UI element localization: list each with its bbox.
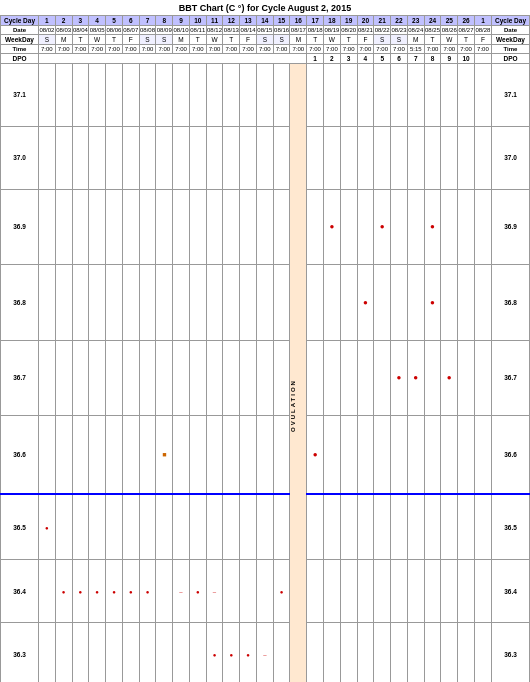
- dpo-label: DPO: [1, 54, 39, 64]
- date-18: 08/19: [324, 26, 341, 35]
- tc-10-371: [189, 64, 206, 127]
- wd-26: T: [458, 35, 475, 45]
- cd-3: 3: [72, 16, 89, 26]
- wd-18: W: [324, 35, 341, 45]
- date-15: 08/16: [273, 26, 290, 35]
- date-17: 08/18: [307, 26, 324, 35]
- cd-16: 16: [290, 16, 307, 26]
- tc-9-371: [173, 64, 190, 127]
- wd-1: S: [39, 35, 56, 45]
- temp-row-366: 36.6 ■ ● 36.6: [1, 415, 530, 494]
- cd-12: 12: [223, 16, 240, 26]
- temp-label-364: 36.4: [1, 560, 39, 623]
- temp-label-371: 37.1: [1, 64, 39, 127]
- dpo-row: DPO 1 2 3 4 5 6 7 8 9 10 DPO: [1, 54, 530, 64]
- wd-2: M: [55, 35, 72, 45]
- dpo-empty2: [474, 54, 491, 64]
- t-26: 7:00: [458, 45, 475, 54]
- t-15: 7:00: [273, 45, 290, 54]
- dpo-empty: [39, 54, 307, 64]
- temp-label-365: 36.5: [1, 494, 39, 560]
- date-22: 08/23: [391, 26, 408, 35]
- date-row: Date 08/02 08/03 08/04 08/05 08/06 08/07…: [1, 26, 530, 35]
- cd-26: 26: [458, 16, 475, 26]
- time-label-right: Time: [492, 45, 530, 54]
- cd-20: 20: [357, 16, 374, 26]
- dpo-5: 5: [374, 54, 391, 64]
- date-10: 08/11: [189, 26, 206, 35]
- t-4: 7:00: [89, 45, 106, 54]
- wd-19: T: [340, 35, 357, 45]
- tc-18-371: [324, 64, 341, 127]
- tc-24-371: [424, 64, 441, 127]
- date-14: 08/15: [256, 26, 273, 35]
- date-24: 08/25: [424, 26, 441, 35]
- wd-8: S: [156, 35, 173, 45]
- date-4: 08/05: [89, 26, 106, 35]
- t-18: 7:00: [324, 45, 341, 54]
- date-1: 08/02: [39, 26, 56, 35]
- date-13: 08/14: [240, 26, 257, 35]
- temp-row-367: 36.7 ● ● ● 36.7: [1, 340, 530, 415]
- tc-16-371: OVULATION: [290, 64, 307, 683]
- t-8: 7:00: [156, 45, 173, 54]
- cd-8: 8: [156, 16, 173, 26]
- t-10: 7:00: [189, 45, 206, 54]
- t-17: 7:00: [307, 45, 324, 54]
- cd-27: 1: [474, 16, 491, 26]
- temp-row-368: 36.8 ● ● 36.8: [1, 265, 530, 340]
- t-3: 7:00: [72, 45, 89, 54]
- temp-label-368-r: 36.8: [492, 265, 530, 340]
- tc-3-371: [72, 64, 89, 127]
- tc-6-371: [122, 64, 139, 127]
- t-23: 5:15: [407, 45, 424, 54]
- tc-8-371: [156, 64, 173, 127]
- dpo-8: 8: [424, 54, 441, 64]
- cd-14: 14: [256, 16, 273, 26]
- temp-row-369: 36.9 ● ● ● 36.9: [1, 189, 530, 264]
- temp-label-368: 36.8: [1, 265, 39, 340]
- temp-label-367: 36.7: [1, 340, 39, 415]
- tc-15-371: [273, 64, 290, 127]
- tc-14-371: [256, 64, 273, 127]
- wd-10: T: [189, 35, 206, 45]
- tc-22-371: [391, 64, 408, 127]
- weekday-label: WeekDay: [1, 35, 39, 45]
- temp-label-371-r: 37.1: [492, 64, 530, 127]
- tc-5-371: [106, 64, 123, 127]
- dpo-label-right: DPO: [492, 54, 530, 64]
- time-row: Time 7:00 7:00 7:00 7:00 7:00 7:00 7:00 …: [1, 45, 530, 54]
- date-25: 08/26: [441, 26, 458, 35]
- wd-11: W: [206, 35, 223, 45]
- cd-23: 23: [407, 16, 424, 26]
- temp-label-366: 36.6: [1, 415, 39, 494]
- t-11: 7:00: [206, 45, 223, 54]
- cd-19: 19: [340, 16, 357, 26]
- wd-9: M: [173, 35, 190, 45]
- t-19: 7:00: [340, 45, 357, 54]
- wd-24: T: [424, 35, 441, 45]
- wd-20: F: [357, 35, 374, 45]
- cd-5: 5: [106, 16, 123, 26]
- cd-1: 1: [39, 16, 56, 26]
- wd-7: S: [139, 35, 156, 45]
- t-9: 7:00: [173, 45, 190, 54]
- date-23: 08/24: [407, 26, 424, 35]
- tc-4-371: [89, 64, 106, 127]
- t-22: 7:00: [391, 45, 408, 54]
- t-27: 7:00: [474, 45, 491, 54]
- wd-21: S: [374, 35, 391, 45]
- dpo-3: 3: [340, 54, 357, 64]
- dpo-2: 2: [324, 54, 341, 64]
- cd-10: 10: [189, 16, 206, 26]
- temp-label-364-r: 36.4: [492, 560, 530, 623]
- cd-2: 2: [55, 16, 72, 26]
- t-13: 7:00: [240, 45, 257, 54]
- dpo-1: 1: [307, 54, 324, 64]
- tc-11-371: [206, 64, 223, 127]
- wd-6: F: [122, 35, 139, 45]
- wd-15: S: [273, 35, 290, 45]
- temp-label-366-r: 36.6: [492, 415, 530, 494]
- t-16: 7:00: [290, 45, 307, 54]
- time-label: Time: [1, 45, 39, 54]
